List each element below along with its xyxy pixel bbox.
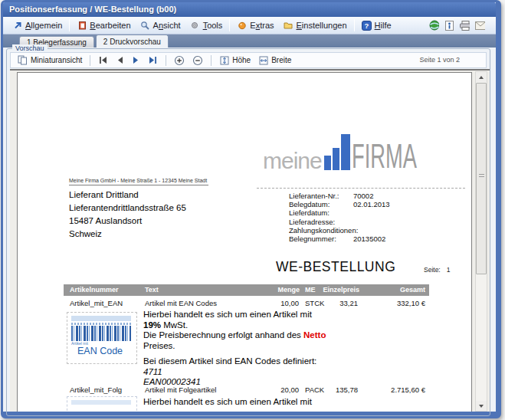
info-icon[interactable]	[444, 21, 454, 31]
menu-tools[interactable]: Tools	[185, 19, 228, 32]
menu-label: Hilfe	[375, 21, 392, 30]
desc-line-5: Bei diesem Artikel sind EAN Codes defini…	[143, 356, 404, 367]
recipient-city: 15487 Auslandsort	[69, 215, 186, 228]
last-page-icon	[148, 56, 158, 64]
page-value: 1	[447, 266, 451, 274]
document-title: WE-BESTELLUNG	[276, 259, 395, 275]
first-page-button[interactable]	[95, 55, 111, 65]
titlebar: Positionserfassung / WE-Bestellung (b00)	[3, 2, 496, 17]
settings-folder-icon	[284, 21, 293, 31]
barcode-caption: EAN Code	[77, 346, 133, 356]
scroll-down-button[interactable]	[476, 401, 487, 411]
menu-separator	[69, 19, 70, 31]
tab-druckvorschau[interactable]: 2 Druckvorschau	[96, 34, 169, 48]
menu-label: Extras	[250, 21, 274, 30]
menu-ansicht[interactable]: Ansicht	[136, 19, 185, 32]
menu-einstellungen[interactable]: Einstellungen	[279, 19, 352, 32]
barcode-tiny-text	[71, 323, 131, 325]
tabstrip: 1 Belegerfassung 2 Druckvorschau	[3, 34, 496, 48]
col-artikelnummer: Artikelnummer	[70, 284, 119, 296]
menu-label: Allgemein	[25, 21, 62, 30]
desc-line-1: Hierbei handelt es sich um einen Artikel…	[143, 310, 404, 320]
menu-separator	[229, 19, 230, 31]
document-info-block: Lieferanten-Nr.:70002 Belegdatum:02.01.2…	[289, 192, 390, 243]
fit-height-button[interactable]: Höhe	[216, 54, 254, 66]
sender-line: Meine Firma GmbH - Meine Straße 1 - 1234…	[69, 178, 208, 185]
scroll-up-button[interactable]	[476, 72, 487, 82]
menu-label: Tools	[203, 21, 223, 30]
menu-hilfe[interactable]: ? Hilfe	[357, 19, 396, 32]
extras-icon	[237, 21, 247, 31]
barcode-header-strip	[71, 316, 131, 321]
fit-width-label: Breite	[271, 56, 291, 64]
next-page-icon	[132, 56, 140, 64]
info-label: Lieferanten-Nr.:	[289, 192, 353, 200]
cell-menge: 20,00	[280, 384, 299, 395]
info-value: 20135002	[353, 235, 390, 243]
nav-arrow-icon	[12, 21, 22, 31]
desc-line-2: 19% MwSt.	[143, 320, 404, 331]
logo-bars-icon	[324, 134, 350, 170]
col-me: ME	[305, 284, 316, 296]
printer-icon[interactable]	[460, 21, 470, 31]
menu-label: Ansicht	[153, 21, 181, 30]
company-logo: meine FIRMA	[263, 134, 457, 171]
barcode-header-strip	[71, 400, 131, 405]
info-label: Belegnummer:	[289, 235, 353, 243]
fit-height-label: Höhe	[232, 56, 251, 64]
zoom-out-icon	[192, 55, 203, 66]
recipient-street: Lieferantendrittlandsstraße 65	[69, 202, 186, 215]
next-page-button[interactable]	[129, 55, 143, 65]
cell-text: Artikel mit EAN Codes	[145, 297, 217, 309]
logo-text-meine: meine	[263, 152, 322, 171]
cell-text: Artikel mit Folgeartikel	[145, 384, 216, 395]
col-einzelpreis: Einzelpreis	[323, 284, 359, 296]
svg-text:?: ?	[364, 21, 369, 30]
info-value	[353, 218, 390, 226]
article-description-2: Hierbei handelt es sich um einen Artikel…	[143, 397, 404, 406]
vorschau-group-label: Vorschau	[12, 44, 48, 52]
info-label: Lieferadresse:	[289, 218, 353, 226]
info-value	[353, 226, 390, 235]
cell-gesamt: 2.715,60 €	[391, 384, 425, 395]
vertical-scrollbar[interactable]	[475, 71, 487, 412]
tools-gear-icon	[190, 21, 200, 31]
info-label: Belegdatum:	[289, 200, 353, 208]
table-header: Artikelnummer Text Menge ME Einzelpreis …	[64, 284, 429, 296]
help-icon: ?	[362, 21, 372, 31]
document-page-number: Seite:1	[424, 266, 450, 274]
edit-icon	[77, 21, 87, 31]
document-page: meine FIRMA Meine Firma GmbH - Meine Str…	[17, 72, 472, 412]
scrollbar-thumb[interactable]	[476, 83, 487, 274]
menu-extras[interactable]: Extras	[232, 19, 278, 32]
cell-me: PACK	[305, 384, 324, 395]
zoom-out-button[interactable]	[189, 54, 206, 67]
info-divider-line	[257, 188, 465, 189]
thumbnail-view-button[interactable]: Miniaturansicht	[15, 54, 85, 66]
col-gesamt: Gesamt	[400, 284, 425, 296]
table-row: Artikel_mit_EAN Artikel mit EAN Codes 10…	[64, 297, 429, 308]
cell-gesamt: 332,10 €	[397, 297, 425, 309]
desc-line-3: Die Preisberechnung erfolgt anhand des N…	[143, 330, 404, 341]
last-page-button[interactable]	[145, 55, 161, 65]
logo-text-firma: FIRMA	[352, 143, 417, 171]
first-page-icon	[98, 56, 108, 64]
globe-icon[interactable]	[429, 21, 439, 31]
menu-allgemein[interactable]: Allgemein	[8, 19, 67, 32]
mail-icon[interactable]	[475, 21, 485, 31]
ean-code-1: 4711	[143, 367, 404, 378]
previous-page-button[interactable]	[113, 55, 127, 65]
zoom-in-button[interactable]	[171, 54, 188, 67]
thumbnail-pages-icon	[18, 55, 28, 65]
previous-page-icon	[116, 56, 124, 64]
preview-region: meine FIRMA Meine Firma GmbH - Meine Str…	[10, 69, 490, 412]
scroll-up-arrow-icon	[479, 76, 484, 79]
toolbar-separator	[166, 55, 166, 66]
preview-toolbar: Miniaturansicht Höhe Breite	[10, 52, 487, 68]
fit-width-button[interactable]: Breite	[255, 54, 294, 66]
menu-bearbeiten[interactable]: Bearbeiten	[72, 19, 135, 32]
article-image-partial	[67, 396, 137, 412]
recipient-country: Schweiz	[69, 228, 186, 241]
info-label: Zahlungskonditionen:	[289, 226, 353, 235]
table-row: Artikel_mit_Folg Artikel mit Folgeartike…	[64, 384, 429, 395]
